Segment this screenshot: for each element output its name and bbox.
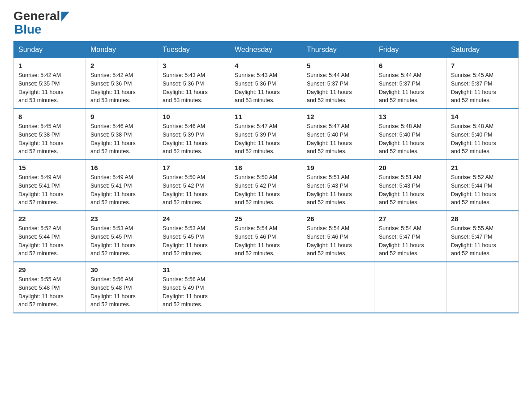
calendar-cell: 17 Sunrise: 5:50 AM Sunset: 5:42 PM Dayl… bbox=[158, 160, 230, 211]
day-number: 9 bbox=[90, 113, 153, 120]
calendar-cell: 16 Sunrise: 5:49 AM Sunset: 5:41 PM Dayl… bbox=[86, 160, 158, 211]
day-number: 15 bbox=[18, 164, 81, 171]
calendar-cell: 3 Sunrise: 5:43 AM Sunset: 5:36 PM Dayli… bbox=[158, 58, 230, 109]
day-number: 11 bbox=[235, 113, 297, 120]
day-info: Sunrise: 5:44 AM Sunset: 5:37 PM Dayligh… bbox=[307, 71, 369, 105]
week-row-5: 29 Sunrise: 5:55 AM Sunset: 5:48 PM Dayl… bbox=[14, 262, 519, 313]
page-header: General Blue bbox=[13, 9, 519, 37]
week-row-3: 15 Sunrise: 5:49 AM Sunset: 5:41 PM Dayl… bbox=[14, 160, 519, 211]
day-number: 30 bbox=[90, 266, 153, 274]
day-number: 31 bbox=[163, 266, 225, 274]
day-info: Sunrise: 5:56 AM Sunset: 5:48 PM Dayligh… bbox=[90, 275, 153, 309]
calendar-cell bbox=[374, 262, 446, 313]
weekday-header-monday: Monday bbox=[86, 42, 158, 58]
calendar-cell bbox=[446, 262, 519, 313]
calendar-cell: 24 Sunrise: 5:53 AM Sunset: 5:45 PM Dayl… bbox=[158, 211, 230, 262]
day-number: 14 bbox=[451, 113, 514, 120]
day-number: 3 bbox=[163, 62, 225, 69]
calendar-cell: 7 Sunrise: 5:45 AM Sunset: 5:37 PM Dayli… bbox=[446, 58, 519, 109]
day-info: Sunrise: 5:43 AM Sunset: 5:36 PM Dayligh… bbox=[163, 71, 225, 105]
day-info: Sunrise: 5:53 AM Sunset: 5:45 PM Dayligh… bbox=[163, 224, 225, 258]
week-row-1: 1 Sunrise: 5:42 AM Sunset: 5:35 PM Dayli… bbox=[14, 58, 519, 109]
day-info: Sunrise: 5:53 AM Sunset: 5:45 PM Dayligh… bbox=[90, 224, 153, 258]
day-info: Sunrise: 5:54 AM Sunset: 5:47 PM Dayligh… bbox=[379, 224, 442, 258]
day-number: 2 bbox=[90, 62, 153, 69]
day-number: 12 bbox=[307, 113, 369, 120]
day-number: 27 bbox=[379, 215, 442, 223]
day-info: Sunrise: 5:52 AM Sunset: 5:44 PM Dayligh… bbox=[451, 173, 514, 207]
day-number: 21 bbox=[451, 164, 514, 171]
weekday-header-sunday: Sunday bbox=[14, 42, 86, 58]
calendar-cell: 8 Sunrise: 5:45 AM Sunset: 5:38 PM Dayli… bbox=[14, 109, 86, 160]
day-number: 23 bbox=[90, 215, 153, 223]
day-number: 5 bbox=[307, 62, 369, 69]
day-info: Sunrise: 5:48 AM Sunset: 5:40 PM Dayligh… bbox=[451, 122, 514, 156]
day-info: Sunrise: 5:42 AM Sunset: 5:36 PM Dayligh… bbox=[90, 71, 153, 105]
calendar-cell: 15 Sunrise: 5:49 AM Sunset: 5:41 PM Dayl… bbox=[14, 160, 86, 211]
day-number: 6 bbox=[379, 62, 442, 69]
day-number: 20 bbox=[379, 164, 442, 171]
weekday-header-saturday: Saturday bbox=[446, 42, 519, 58]
day-info: Sunrise: 5:46 AM Sunset: 5:39 PM Dayligh… bbox=[163, 122, 225, 156]
calendar-cell bbox=[230, 262, 302, 313]
day-info: Sunrise: 5:51 AM Sunset: 5:43 PM Dayligh… bbox=[379, 173, 442, 207]
weekday-header-wednesday: Wednesday bbox=[230, 42, 302, 58]
calendar-cell bbox=[302, 262, 374, 313]
day-number: 1 bbox=[18, 62, 81, 69]
day-info: Sunrise: 5:55 AM Sunset: 5:48 PM Dayligh… bbox=[18, 275, 81, 309]
day-number: 10 bbox=[163, 113, 225, 120]
day-number: 28 bbox=[451, 215, 514, 223]
day-info: Sunrise: 5:47 AM Sunset: 5:39 PM Dayligh… bbox=[235, 122, 297, 156]
calendar-cell: 1 Sunrise: 5:42 AM Sunset: 5:35 PM Dayli… bbox=[14, 58, 86, 109]
calendar-cell: 27 Sunrise: 5:54 AM Sunset: 5:47 PM Dayl… bbox=[374, 211, 446, 262]
calendar-cell: 21 Sunrise: 5:52 AM Sunset: 5:44 PM Dayl… bbox=[446, 160, 519, 211]
day-number: 16 bbox=[90, 164, 153, 171]
day-number: 29 bbox=[18, 266, 81, 274]
day-number: 18 bbox=[235, 164, 297, 171]
logo-blue: Blue bbox=[14, 22, 42, 36]
day-number: 26 bbox=[307, 215, 369, 223]
day-info: Sunrise: 5:50 AM Sunset: 5:42 PM Dayligh… bbox=[163, 173, 225, 207]
calendar-cell: 31 Sunrise: 5:56 AM Sunset: 5:49 PM Dayl… bbox=[158, 262, 230, 313]
day-info: Sunrise: 5:51 AM Sunset: 5:43 PM Dayligh… bbox=[307, 173, 369, 207]
calendar-cell: 22 Sunrise: 5:52 AM Sunset: 5:44 PM Dayl… bbox=[14, 211, 86, 262]
day-info: Sunrise: 5:42 AM Sunset: 5:35 PM Dayligh… bbox=[18, 71, 81, 105]
calendar-cell: 28 Sunrise: 5:55 AM Sunset: 5:47 PM Dayl… bbox=[446, 211, 519, 262]
day-info: Sunrise: 5:48 AM Sunset: 5:40 PM Dayligh… bbox=[379, 122, 442, 156]
calendar-cell: 19 Sunrise: 5:51 AM Sunset: 5:43 PM Dayl… bbox=[302, 160, 374, 211]
day-number: 17 bbox=[163, 164, 225, 171]
calendar-cell: 25 Sunrise: 5:54 AM Sunset: 5:46 PM Dayl… bbox=[230, 211, 302, 262]
logo: General Blue bbox=[13, 9, 69, 37]
day-number: 7 bbox=[451, 62, 514, 69]
day-info: Sunrise: 5:45 AM Sunset: 5:38 PM Dayligh… bbox=[18, 122, 81, 156]
day-info: Sunrise: 5:52 AM Sunset: 5:44 PM Dayligh… bbox=[18, 224, 81, 258]
day-info: Sunrise: 5:43 AM Sunset: 5:36 PM Dayligh… bbox=[235, 71, 297, 105]
calendar-cell: 29 Sunrise: 5:55 AM Sunset: 5:48 PM Dayl… bbox=[14, 262, 86, 313]
day-info: Sunrise: 5:49 AM Sunset: 5:41 PM Dayligh… bbox=[18, 173, 81, 207]
svg-marker-0 bbox=[61, 12, 69, 21]
day-info: Sunrise: 5:56 AM Sunset: 5:49 PM Dayligh… bbox=[163, 275, 225, 309]
calendar-cell: 10 Sunrise: 5:46 AM Sunset: 5:39 PM Dayl… bbox=[158, 109, 230, 160]
day-info: Sunrise: 5:50 AM Sunset: 5:42 PM Dayligh… bbox=[235, 173, 297, 207]
calendar-cell: 14 Sunrise: 5:48 AM Sunset: 5:40 PM Dayl… bbox=[446, 109, 519, 160]
calendar-cell: 30 Sunrise: 5:56 AM Sunset: 5:48 PM Dayl… bbox=[86, 262, 158, 313]
day-number: 22 bbox=[18, 215, 81, 223]
day-number: 19 bbox=[307, 164, 369, 171]
day-info: Sunrise: 5:44 AM Sunset: 5:37 PM Dayligh… bbox=[379, 71, 442, 105]
day-info: Sunrise: 5:45 AM Sunset: 5:37 PM Dayligh… bbox=[451, 71, 514, 105]
calendar-cell: 5 Sunrise: 5:44 AM Sunset: 5:37 PM Dayli… bbox=[302, 58, 374, 109]
calendar-cell: 4 Sunrise: 5:43 AM Sunset: 5:36 PM Dayli… bbox=[230, 58, 302, 109]
calendar-cell: 20 Sunrise: 5:51 AM Sunset: 5:43 PM Dayl… bbox=[374, 160, 446, 211]
weekday-header-row: SundayMondayTuesdayWednesdayThursdayFrid… bbox=[14, 42, 519, 58]
calendar-cell: 23 Sunrise: 5:53 AM Sunset: 5:45 PM Dayl… bbox=[86, 211, 158, 262]
day-number: 24 bbox=[163, 215, 225, 223]
day-number: 8 bbox=[18, 113, 81, 120]
calendar-cell: 2 Sunrise: 5:42 AM Sunset: 5:36 PM Dayli… bbox=[86, 58, 158, 109]
day-info: Sunrise: 5:55 AM Sunset: 5:47 PM Dayligh… bbox=[451, 224, 514, 258]
day-number: 13 bbox=[379, 113, 442, 120]
calendar-cell: 11 Sunrise: 5:47 AM Sunset: 5:39 PM Dayl… bbox=[230, 109, 302, 160]
calendar-cell: 9 Sunrise: 5:46 AM Sunset: 5:38 PM Dayli… bbox=[86, 109, 158, 160]
day-number: 25 bbox=[235, 215, 297, 223]
day-number: 4 bbox=[235, 62, 297, 69]
calendar-cell: 18 Sunrise: 5:50 AM Sunset: 5:42 PM Dayl… bbox=[230, 160, 302, 211]
